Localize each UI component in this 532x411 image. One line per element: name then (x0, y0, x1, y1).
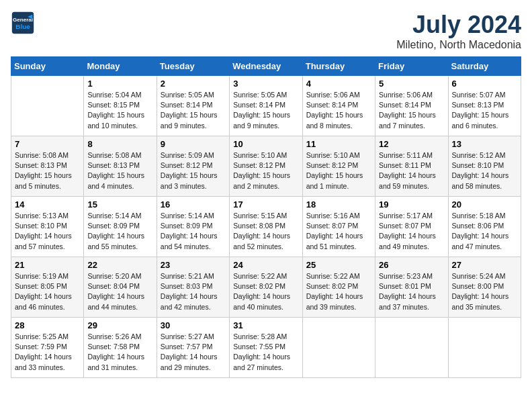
svg-text:Blue: Blue (15, 23, 30, 30)
day-info: Sunrise: 5:19 AM Sunset: 8:05 PM Dayligh… (15, 271, 80, 312)
day-info: Sunrise: 5:17 AM Sunset: 8:07 PM Dayligh… (379, 211, 444, 252)
day-cell (448, 318, 521, 378)
day-info: Sunrise: 5:06 AM Sunset: 8:14 PM Dayligh… (306, 90, 371, 131)
day-number: 24 (233, 260, 298, 270)
day-info: Sunrise: 5:18 AM Sunset: 8:06 PM Dayligh… (452, 211, 517, 252)
subtitle: Miletino, North Macedonia (396, 39, 521, 51)
day-number: 16 (161, 199, 226, 210)
day-number: 13 (452, 139, 517, 149)
calendar-table: SundayMondayTuesdayWednesdayThursdayFrid… (11, 56, 521, 378)
day-info: Sunrise: 5:25 AM Sunset: 7:59 PM Dayligh… (15, 332, 80, 373)
day-cell: 20Sunrise: 5:18 AM Sunset: 8:06 PM Dayli… (448, 197, 521, 257)
col-header-monday: Monday (84, 57, 157, 76)
day-info: Sunrise: 5:28 AM Sunset: 7:55 PM Dayligh… (233, 332, 298, 373)
day-cell: 1Sunrise: 5:04 AM Sunset: 8:15 PM Daylig… (84, 76, 157, 136)
day-info: Sunrise: 5:15 AM Sunset: 8:08 PM Dayligh… (233, 211, 298, 252)
day-cell (375, 318, 448, 378)
day-cell: 16Sunrise: 5:14 AM Sunset: 8:09 PM Dayli… (157, 197, 229, 257)
day-info: Sunrise: 5:22 AM Sunset: 8:02 PM Dayligh… (306, 271, 371, 312)
col-header-wednesday: Wednesday (230, 57, 302, 76)
day-cell: 23Sunrise: 5:21 AM Sunset: 8:03 PM Dayli… (157, 257, 229, 318)
week-row-3: 14Sunrise: 5:13 AM Sunset: 8:10 PM Dayli… (11, 197, 521, 257)
day-number: 8 (87, 139, 152, 149)
col-header-tuesday: Tuesday (157, 57, 229, 76)
day-cell: 22Sunrise: 5:20 AM Sunset: 8:04 PM Dayli… (84, 257, 157, 318)
day-cell: 2Sunrise: 5:05 AM Sunset: 8:14 PM Daylig… (157, 76, 229, 136)
day-number: 14 (15, 199, 80, 210)
day-number: 27 (452, 260, 517, 270)
day-info: Sunrise: 5:08 AM Sunset: 8:13 PM Dayligh… (15, 150, 80, 191)
main-title: July 2024 (396, 11, 521, 39)
day-cell: 21Sunrise: 5:19 AM Sunset: 8:05 PM Dayli… (11, 257, 84, 318)
day-info: Sunrise: 5:11 AM Sunset: 8:11 PM Dayligh… (379, 150, 444, 191)
day-cell: 17Sunrise: 5:15 AM Sunset: 8:08 PM Dayli… (230, 197, 302, 257)
week-row-5: 28Sunrise: 5:25 AM Sunset: 7:59 PM Dayli… (11, 318, 521, 378)
day-info: Sunrise: 5:16 AM Sunset: 8:07 PM Dayligh… (306, 211, 371, 252)
day-number: 28 (15, 320, 80, 330)
day-number: 2 (161, 79, 226, 89)
day-info: Sunrise: 5:26 AM Sunset: 7:58 PM Dayligh… (87, 332, 152, 373)
day-number: 9 (161, 139, 226, 149)
day-cell: 10Sunrise: 5:10 AM Sunset: 8:12 PM Dayli… (230, 136, 302, 197)
day-cell: 29Sunrise: 5:26 AM Sunset: 7:58 PM Dayli… (84, 318, 157, 378)
day-cell: 28Sunrise: 5:25 AM Sunset: 7:59 PM Dayli… (11, 318, 84, 378)
day-cell: 9Sunrise: 5:09 AM Sunset: 8:12 PM Daylig… (157, 136, 229, 197)
day-info: Sunrise: 5:10 AM Sunset: 8:12 PM Dayligh… (233, 150, 298, 191)
day-number: 3 (233, 79, 298, 89)
day-cell: 31Sunrise: 5:28 AM Sunset: 7:55 PM Dayli… (230, 318, 302, 378)
week-row-1: 1Sunrise: 5:04 AM Sunset: 8:15 PM Daylig… (11, 76, 521, 136)
day-number: 15 (87, 199, 152, 210)
day-number: 31 (233, 320, 298, 330)
day-info: Sunrise: 5:05 AM Sunset: 8:14 PM Dayligh… (161, 90, 226, 131)
day-info: Sunrise: 5:21 AM Sunset: 8:03 PM Dayligh… (161, 271, 226, 312)
day-cell: 8Sunrise: 5:08 AM Sunset: 8:13 PM Daylig… (84, 136, 157, 197)
week-row-4: 21Sunrise: 5:19 AM Sunset: 8:05 PM Dayli… (11, 257, 521, 318)
day-number: 6 (452, 79, 517, 89)
day-info: Sunrise: 5:06 AM Sunset: 8:14 PM Dayligh… (379, 90, 444, 131)
day-cell: 7Sunrise: 5:08 AM Sunset: 8:13 PM Daylig… (11, 136, 84, 197)
day-cell (11, 76, 84, 136)
logo-icon: General Blue (11, 11, 35, 35)
day-info: Sunrise: 5:14 AM Sunset: 8:09 PM Dayligh… (87, 211, 152, 252)
day-info: Sunrise: 5:23 AM Sunset: 8:01 PM Dayligh… (379, 271, 444, 312)
day-number: 12 (379, 139, 444, 149)
day-info: Sunrise: 5:14 AM Sunset: 8:09 PM Dayligh… (161, 211, 226, 252)
day-number: 19 (379, 199, 444, 210)
col-header-friday: Friday (375, 57, 448, 76)
day-cell: 19Sunrise: 5:17 AM Sunset: 8:07 PM Dayli… (375, 197, 448, 257)
day-number: 18 (306, 199, 371, 210)
day-info: Sunrise: 5:22 AM Sunset: 8:02 PM Dayligh… (233, 271, 298, 312)
day-cell (302, 318, 375, 378)
day-info: Sunrise: 5:24 AM Sunset: 8:00 PM Dayligh… (452, 271, 517, 312)
day-number: 22 (87, 260, 152, 270)
col-header-thursday: Thursday (302, 57, 375, 76)
day-cell: 12Sunrise: 5:11 AM Sunset: 8:11 PM Dayli… (375, 136, 448, 197)
day-cell: 30Sunrise: 5:27 AM Sunset: 7:57 PM Dayli… (157, 318, 229, 378)
header: General Blue July 2024 Miletino, North M… (11, 11, 521, 51)
day-cell: 18Sunrise: 5:16 AM Sunset: 8:07 PM Dayli… (302, 197, 375, 257)
day-number: 4 (306, 79, 371, 89)
day-info: Sunrise: 5:10 AM Sunset: 8:12 PM Dayligh… (306, 150, 371, 191)
day-info: Sunrise: 5:09 AM Sunset: 8:12 PM Dayligh… (161, 150, 226, 191)
title-area: July 2024 Miletino, North Macedonia (396, 11, 521, 51)
day-number: 1 (87, 79, 152, 89)
day-cell: 24Sunrise: 5:22 AM Sunset: 8:02 PM Dayli… (230, 257, 302, 318)
day-cell: 4Sunrise: 5:06 AM Sunset: 8:14 PM Daylig… (302, 76, 375, 136)
day-cell: 26Sunrise: 5:23 AM Sunset: 8:01 PM Dayli… (375, 257, 448, 318)
day-cell: 15Sunrise: 5:14 AM Sunset: 8:09 PM Dayli… (84, 197, 157, 257)
day-number: 25 (306, 260, 371, 270)
day-info: Sunrise: 5:08 AM Sunset: 8:13 PM Dayligh… (87, 150, 152, 191)
day-info: Sunrise: 5:07 AM Sunset: 8:13 PM Dayligh… (452, 90, 517, 131)
col-header-saturday: Saturday (448, 57, 521, 76)
day-cell: 11Sunrise: 5:10 AM Sunset: 8:12 PM Dayli… (302, 136, 375, 197)
day-cell: 6Sunrise: 5:07 AM Sunset: 8:13 PM Daylig… (448, 76, 521, 136)
day-cell: 5Sunrise: 5:06 AM Sunset: 8:14 PM Daylig… (375, 76, 448, 136)
day-info: Sunrise: 5:05 AM Sunset: 8:14 PM Dayligh… (233, 90, 298, 131)
day-number: 29 (87, 320, 152, 330)
day-info: Sunrise: 5:20 AM Sunset: 8:04 PM Dayligh… (87, 271, 152, 312)
day-number: 30 (161, 320, 226, 330)
day-info: Sunrise: 5:27 AM Sunset: 7:57 PM Dayligh… (161, 332, 226, 373)
day-cell: 25Sunrise: 5:22 AM Sunset: 8:02 PM Dayli… (302, 257, 375, 318)
day-info: Sunrise: 5:12 AM Sunset: 8:10 PM Dayligh… (452, 150, 517, 191)
header-row: SundayMondayTuesdayWednesdayThursdayFrid… (11, 57, 521, 76)
